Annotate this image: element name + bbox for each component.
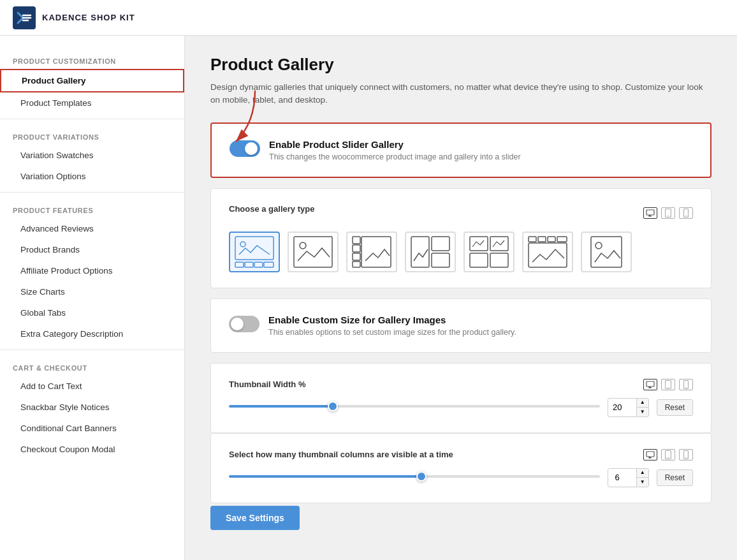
svg-rect-32 xyxy=(591,237,622,267)
thumbnail-width-up[interactable]: ▲ xyxy=(637,399,648,408)
sidebar-item-conditional-cart-banners[interactable]: Conditional Cart Banners xyxy=(0,418,184,439)
main-layout: Product Customization Product Gallery Pr… xyxy=(0,36,737,560)
sidebar-item-variation-options[interactable]: Variation Options xyxy=(0,166,184,187)
sidebar-item-snackbar-style-notices[interactable]: Snackbar Style Notices xyxy=(0,397,184,418)
sidebar-item-variation-swatches[interactable]: Variation Swatches xyxy=(0,145,184,166)
enable-slider-card: Enable Product Slider Gallery This chang… xyxy=(210,122,711,178)
tablet-icon[interactable] xyxy=(661,207,675,219)
desktop-icon[interactable] xyxy=(643,207,657,219)
custom-size-toggle[interactable] xyxy=(229,316,259,332)
gallery-type-7[interactable] xyxy=(581,232,632,272)
svg-point-6 xyxy=(685,216,687,217)
mobile-icon-cols[interactable] xyxy=(679,449,693,461)
mobile-icon-thumb[interactable] xyxy=(679,379,693,390)
thumbnail-width-input-box: 20 ▲ ▼ xyxy=(608,398,649,417)
thumbnail-columns-input-box: 6 ▲ ▼ xyxy=(608,468,649,487)
thumbnail-width-label: Thumbnail Width % xyxy=(229,379,305,389)
tablet-icon-thumb[interactable] xyxy=(661,379,675,390)
thumbnail-columns-track xyxy=(229,475,600,478)
svg-rect-21 xyxy=(432,237,449,251)
thumbnail-width-track xyxy=(229,405,600,408)
gallery-type-options xyxy=(229,232,693,272)
thumbnail-width-slider-track xyxy=(229,405,600,410)
thumbnail-columns-spinners: ▲ ▼ xyxy=(636,469,648,487)
device-icons-thumbnail xyxy=(643,379,693,390)
logo-icon xyxy=(13,6,36,29)
sidebar-item-size-charts[interactable]: Size Charts xyxy=(0,281,184,302)
header-title: KADENCE SHOP KIT xyxy=(42,13,135,22)
thumbnail-columns-reset[interactable]: Reset xyxy=(657,469,693,486)
thumbnail-columns-slider-track xyxy=(229,475,600,480)
enable-slider-label: Enable Product Slider Gallery xyxy=(269,139,521,150)
sidebar-item-advanced-reviews[interactable]: Advanced Reviews xyxy=(0,218,184,239)
mobile-icon[interactable] xyxy=(679,207,693,219)
svg-rect-16 xyxy=(353,237,360,244)
enable-slider-toggle-row: Enable Product Slider Gallery This chang… xyxy=(230,139,692,161)
svg-rect-31 xyxy=(557,237,567,242)
section-title-cart-checkout: Cart & Checkout xyxy=(0,355,184,376)
thumbnail-width-card: Thumbnail Width % xyxy=(210,363,711,433)
svg-rect-30 xyxy=(548,237,555,242)
device-icons-gallery xyxy=(643,207,693,219)
sidebar-item-product-gallery[interactable]: Product Gallery xyxy=(0,69,184,92)
device-icons-columns xyxy=(643,449,693,461)
thumbnail-columns-up[interactable]: ▲ xyxy=(637,469,648,478)
sidebar-item-checkout-coupon-modal[interactable]: Checkout Coupon Modal xyxy=(0,439,184,460)
svg-rect-2 xyxy=(646,210,654,215)
desktop-icon-cols[interactable] xyxy=(643,449,657,461)
section-title-product-features: Product Features xyxy=(0,198,184,218)
thumbnail-columns-header: Select how many thumbnail columns are vi… xyxy=(229,449,693,461)
page-description: Design dynamic galleries that uniquely c… xyxy=(210,81,711,107)
save-section: Save Settings xyxy=(210,503,711,543)
sidebar-item-product-templates[interactable]: Product Templates xyxy=(0,92,184,114)
svg-rect-26 xyxy=(490,253,508,267)
sidebar-item-extra-category-description[interactable]: Extra Category Description xyxy=(0,323,184,344)
svg-point-36 xyxy=(668,387,669,388)
thumbnail-columns-input[interactable]: 6 xyxy=(608,470,636,485)
custom-size-description: This enables options to set custom image… xyxy=(268,328,516,337)
gallery-type-1[interactable] xyxy=(229,232,280,272)
thumbnail-width-header: Thumbnail Width % xyxy=(229,379,693,390)
sidebar-item-add-to-cart-text[interactable]: Add to Cart Text xyxy=(0,376,184,397)
svg-rect-9 xyxy=(235,262,244,267)
gallery-type-3[interactable] xyxy=(346,232,397,272)
gallery-type-2[interactable] xyxy=(288,232,339,272)
thumbnail-columns-label: Select how many thumbnail columns are vi… xyxy=(229,450,453,459)
svg-rect-12 xyxy=(264,262,274,267)
svg-rect-17 xyxy=(353,245,360,252)
svg-point-8 xyxy=(240,242,245,247)
svg-point-43 xyxy=(685,457,687,458)
save-settings-button[interactable]: Save Settings xyxy=(210,506,300,530)
enable-slider-labels: Enable Product Slider Gallery This chang… xyxy=(269,139,521,161)
svg-rect-28 xyxy=(529,237,536,242)
gallery-type-card: Choose a gallery type xyxy=(210,188,711,288)
sidebar-item-affiliate-product-options[interactable]: Affiliate Product Options xyxy=(0,260,184,281)
thumbnail-width-controls: 20 ▲ ▼ Reset xyxy=(229,398,693,417)
thumbnail-columns-down[interactable]: ▼ xyxy=(637,478,648,487)
svg-rect-18 xyxy=(353,253,360,260)
enable-slider-toggle[interactable] xyxy=(230,140,260,157)
thumbnail-width-input[interactable]: 20 xyxy=(608,400,636,415)
gallery-type-4[interactable] xyxy=(405,232,456,272)
divider-2 xyxy=(0,192,184,193)
custom-size-labels: Enable Custom Size for Gallery Images Th… xyxy=(268,314,516,337)
sidebar-item-global-tabs[interactable]: Global Tabs xyxy=(0,302,184,323)
svg-rect-39 xyxy=(646,452,654,457)
gallery-type-6[interactable] xyxy=(522,232,573,272)
sidebar-item-product-brands[interactable]: Product Brands xyxy=(0,239,184,260)
section-title-product-variations: Product Variations xyxy=(0,124,184,145)
svg-point-33 xyxy=(595,242,602,249)
svg-rect-22 xyxy=(432,253,449,267)
sidebar: Product Customization Product Gallery Pr… xyxy=(0,36,185,560)
gallery-type-label: Choose a gallery type xyxy=(229,204,314,214)
gallery-type-5[interactable] xyxy=(463,232,514,272)
desktop-icon-thumb[interactable] xyxy=(643,379,657,390)
tablet-icon-cols[interactable] xyxy=(661,449,675,461)
gallery-type-header: Choose a gallery type xyxy=(229,204,693,223)
thumbnail-width-down[interactable]: ▼ xyxy=(637,408,648,416)
section-title-product-customization: Product Customization xyxy=(0,48,184,69)
custom-size-toggle-row: Enable Custom Size for Gallery Images Th… xyxy=(229,314,693,337)
svg-rect-19 xyxy=(353,262,360,267)
svg-point-14 xyxy=(300,242,306,249)
thumbnail-width-reset[interactable]: Reset xyxy=(657,399,693,416)
